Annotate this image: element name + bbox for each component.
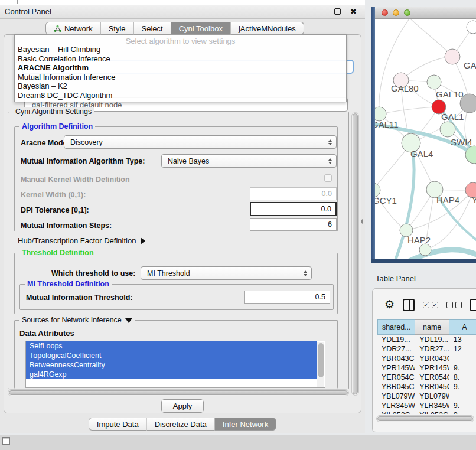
table-row[interactable]: YBR043CYBR043C [377, 354, 476, 363]
network-node-label: GAL80 [391, 83, 419, 93]
table-row[interactable]: YDR27...YDR27...12 [377, 344, 476, 354]
table-row[interactable]: YER054CYER054C8. [377, 373, 476, 382]
network-node[interactable] [467, 21, 476, 34]
table-column-header[interactable]: A [449, 319, 476, 335]
algorithm-option[interactable]: Dream8 DC_TDC Algorithm [15, 91, 346, 100]
top-tick [17, 0, 18, 4]
data-attribute-item[interactable]: TopologicalCoefficient [26, 351, 317, 360]
table-cell: 9. [449, 410, 476, 414]
aracne-mode-combobox[interactable]: Discovery [64, 135, 337, 149]
network-window-frame [371, 7, 375, 263]
algorithm-option[interactable]: Bayesian – Hill Climbing [15, 45, 346, 54]
table-row[interactable]: YBR045CYBR045C9. [377, 382, 476, 392]
table-column-header[interactable]: shared... [377, 319, 415, 335]
table-horizontal-scrollbar[interactable] [376, 415, 474, 422]
tab-network[interactable]: Network [45, 22, 101, 35]
node-table: shared...nameA YDL19...YDL19...13YDR27..… [377, 319, 476, 414]
table-cell: YBR043C [377, 354, 415, 363]
data-attribute-item[interactable]: SelfLoops [26, 341, 317, 351]
tab-style[interactable]: Style [101, 22, 134, 35]
new-table-icon[interactable] [470, 299, 476, 311]
mi-algorithm-type-combobox[interactable]: Naive Bayes [161, 154, 337, 168]
network-edge[interactable] [379, 19, 409, 114]
columns-icon[interactable] [403, 299, 415, 311]
table-row[interactable]: YIL052CYIL052C9. [377, 410, 476, 414]
dpi-tolerance-input[interactable]: 0.0 [250, 202, 337, 216]
algorithm-option[interactable]: Basic Correlation Inference [15, 54, 346, 64]
table-cell: YDR27... [415, 344, 449, 354]
data-attributes-listbox[interactable]: SelfLoopsTopologicalCoefficientBetweenne… [25, 341, 325, 388]
restore-panel-icon[interactable] [2, 437, 10, 445]
gear-icon[interactable]: ⚙ [384, 299, 395, 311]
mi-threshold-label: Mutual Information Threshold: [26, 294, 133, 302]
algorithm-options-list: Bayesian – Hill ClimbingBasic Correlatio… [15, 45, 346, 100]
mi-steps-input[interactable]: 6 [250, 218, 337, 231]
table-row[interactable]: YBL079WYBL079W [377, 392, 476, 401]
algorithm-definition-title: Algorithm Definition [19, 122, 95, 131]
algorithm-dropdown-placeholder: Select algorithm to view settings [15, 35, 346, 45]
network-node-label: HAP4 [436, 195, 459, 205]
minimize-window-icon[interactable] [393, 9, 399, 16]
threshold-definition-title: Threshold Definition [19, 249, 96, 257]
network-window-titlebar[interactable] [375, 7, 476, 19]
network-node[interactable] [440, 122, 455, 137]
list-scrollbar[interactable] [317, 342, 324, 387]
table-cell: 12 [449, 344, 476, 354]
network-graph: GALGAL80GAL10GAL1GAL11SWI4GAL4GCY1HAP4YH… [375, 19, 476, 259]
mi-threshold-definition-group: MI Threshold Definition Mutual Informati… [19, 284, 334, 310]
float-panel-icon[interactable] [334, 8, 341, 15]
close-window-icon[interactable] [382, 9, 388, 16]
tab-impute-data[interactable]: Impute Data [89, 418, 147, 431]
network-window-frame [371, 259, 476, 263]
data-attribute-item[interactable]: BetweennessCentrality [26, 360, 317, 370]
combobox-stepper-icon [328, 158, 332, 164]
table-row[interactable]: YDL19...YDL19...13 [377, 335, 476, 344]
close-panel-icon[interactable]: ✖ [350, 7, 357, 16]
network-node[interactable] [419, 244, 431, 256]
data-attribute-item[interactable]: gal4RGexp [26, 370, 317, 379]
network-node[interactable] [445, 49, 460, 64]
network-edge[interactable] [410, 19, 452, 57]
hub-definition-toggle[interactable]: Hub/Transcription Factor Definition [18, 236, 145, 245]
network-node-label: Y [472, 195, 476, 205]
kernel-width-input[interactable]: 0.0 [250, 187, 337, 200]
bottom-strip [0, 435, 476, 450]
table-row[interactable]: YLR345WYLR345W9. [377, 401, 476, 410]
control-panel-body: Inference Algorithm gal-filtered sif def… [4, 34, 361, 413]
which-threshold-label: Which threshold to use: [51, 269, 135, 278]
table-cell: 8. [449, 373, 476, 382]
which-threshold-combobox[interactable]: MI Threshold [141, 266, 312, 280]
network-canvas[interactable]: GALGAL80GAL10GAL1GAL11SWI4GAL4GCY1HAP4YH… [375, 19, 476, 259]
table-row[interactable]: YPR145WYPR145W9. [377, 363, 476, 373]
settings-vertical-scrollbar[interactable] [351, 112, 359, 396]
tab-jactivemnodules[interactable]: jActiveMNodules [231, 22, 304, 35]
table-cell: YLR345W [377, 401, 415, 410]
network-edge[interactable] [401, 57, 452, 80]
unchecked-box-icon [455, 302, 462, 308]
algorithm-option[interactable]: Mutual Information Inference [15, 73, 346, 82]
tab-select[interactable]: Select [134, 22, 171, 35]
network-node[interactable] [427, 75, 441, 89]
settings-horizontal-scrollbar[interactable] [8, 389, 349, 396]
table-column-header[interactable]: name [415, 319, 449, 335]
algorithm-option[interactable]: ARACNE Algorithm [15, 63, 346, 73]
tab-infer-network[interactable]: Infer Network [215, 418, 276, 431]
combobox-stepper-icon [328, 139, 332, 145]
network-node-label: HAP2 [407, 235, 431, 245]
algorithm-option[interactable]: Bayesian – K2 [15, 81, 346, 91]
table-cell: YPR145W [377, 363, 415, 373]
sources-title[interactable]: Sources for Network Inference [19, 316, 135, 324]
apply-button[interactable]: Apply [161, 399, 204, 413]
combobox-stepper-icon [304, 270, 307, 276]
tab-cyni-toolbox[interactable]: Cyni Toolbox [171, 22, 231, 35]
network-node-label: GAL1 [441, 112, 464, 122]
zoom-window-icon[interactable] [404, 9, 410, 16]
table-cell: YIL052C [377, 410, 415, 414]
manual-kernel-width-checkbox[interactable] [324, 174, 332, 182]
network-edge[interactable] [379, 107, 439, 114]
manual-kernel-width-label: Manual Kernel Width Definition [21, 175, 130, 184]
deselect-all-icon[interactable] [446, 302, 462, 308]
tab-discretize-data[interactable]: Discretize Data [147, 418, 215, 431]
select-all-icon[interactable]: ✓ ✓ [423, 302, 438, 308]
mi-threshold-input[interactable]: 0.5 [244, 291, 330, 304]
